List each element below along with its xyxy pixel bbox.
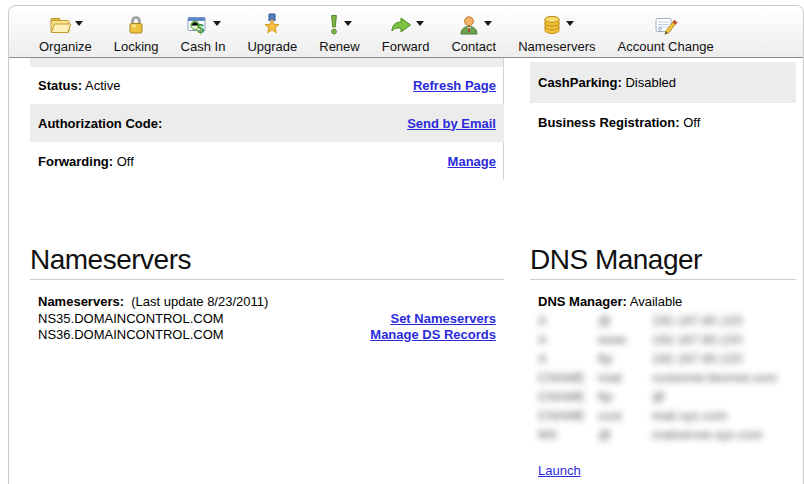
dns-record-row: CNAMEcustmail.xyz.com xyxy=(538,406,798,425)
toolbar-label: Renew xyxy=(319,39,359,54)
chevron-down-icon xyxy=(416,21,424,26)
exclamation-icon xyxy=(326,13,342,37)
business-registration-row: Business Registration: Off xyxy=(530,103,796,141)
chevron-down-icon xyxy=(75,21,83,26)
dns-record-row: Awww192.167.80.220 xyxy=(538,330,798,349)
toolbar-label: Nameservers xyxy=(518,39,595,54)
toolbar-button-upgrade[interactable]: Upgrade xyxy=(247,11,297,54)
row-label: CashParking: xyxy=(538,75,622,90)
domain-details-panel: Organize Locking $ xyxy=(8,5,804,484)
dns-manager-label: DNS Manager: xyxy=(538,294,627,309)
lock-icon xyxy=(124,13,148,37)
dns-record-row: CNAMEmailcustomer.blurred.com xyxy=(538,368,798,387)
toolbar-button-renew[interactable]: Renew xyxy=(319,11,359,54)
send-by-email-link[interactable]: Send by Email xyxy=(407,116,496,131)
row-value: Off xyxy=(117,154,134,169)
nameservers-meta: Nameservers: (Last update 8/23/2011) xyxy=(38,294,268,309)
toolbar-button-forward[interactable]: Forward xyxy=(382,11,430,54)
toolbar-label: Organize xyxy=(39,39,92,54)
dns-manager-value: Available xyxy=(630,294,683,309)
forward-arrow-icon xyxy=(388,13,414,37)
section-divider xyxy=(530,279,796,280)
row-value: Active xyxy=(85,78,120,93)
row-label: Status: xyxy=(38,78,82,93)
set-nameservers-link[interactable]: Set Nameservers xyxy=(390,311,496,326)
authorization-code-row: Authorization Code: Send by Email xyxy=(30,104,504,142)
toolbar-label: Upgrade xyxy=(247,39,297,54)
toolbar-button-contact[interactable]: Contact xyxy=(451,11,496,54)
toolbar-label: Contact xyxy=(451,39,496,54)
chevron-down-icon xyxy=(344,21,352,26)
toolbar-label: Account Change xyxy=(618,39,714,54)
cash-window-icon: $ xyxy=(185,13,211,37)
row-label: Forwarding: xyxy=(38,154,113,169)
person-icon xyxy=(456,13,482,37)
forwarding-row: Forwarding: Off Manage xyxy=(30,142,504,180)
cashparking-row: CashParking: Disabled xyxy=(530,62,796,103)
toolbar-button-nameservers[interactable]: Nameservers xyxy=(518,11,595,54)
chevron-down-icon xyxy=(213,21,221,26)
nameserver-row: NS35.DOMAINCONTROL.COM Set Nameservers xyxy=(30,310,504,326)
dns-record-row: CNAMEftp@ xyxy=(538,387,798,406)
chevron-down-icon xyxy=(566,21,574,26)
toolbar-button-locking[interactable]: Locking xyxy=(114,11,159,54)
nameserver-value: NS36.DOMAINCONTROL.COM xyxy=(38,327,224,342)
manage-ds-records-link[interactable]: Manage DS Records xyxy=(370,327,496,342)
toolbar-label: Forward xyxy=(382,39,430,54)
chevron-down-icon xyxy=(484,21,492,26)
refresh-page-link[interactable]: Refresh Page xyxy=(413,78,496,93)
nameservers-heading: Nameservers xyxy=(30,245,191,275)
note-pencil-icon xyxy=(652,13,680,37)
dns-record-row: MX@mailserver.xyz.com xyxy=(538,425,798,444)
row-label: Authorization Code: xyxy=(38,116,162,131)
folder-icon xyxy=(47,13,73,37)
row-value: Off xyxy=(683,115,700,130)
dns-records-redacted: A@192.167.80.220 Awww192.167.80.220 Aftp… xyxy=(538,311,798,444)
toolbar-button-organize[interactable]: Organize xyxy=(39,11,92,54)
nameserver-row: NS36.DOMAINCONTROL.COM Manage DS Records xyxy=(30,326,504,342)
section-divider xyxy=(30,279,504,280)
toolbar-label: Locking xyxy=(114,39,159,54)
launch-dns-manager-link[interactable]: Launch xyxy=(538,463,581,478)
nameservers-last-update: (Last update 8/23/2011) xyxy=(131,294,268,309)
domain-toolbar: Organize Locking $ xyxy=(9,6,803,58)
dns-record-row: Aftp192.167.80.220 xyxy=(538,349,798,368)
toolbar-button-account-change[interactable]: Account Change xyxy=(618,11,714,54)
row-value: Disabled xyxy=(625,75,676,90)
svg-text:$: $ xyxy=(197,21,205,36)
database-icon xyxy=(540,13,564,37)
manage-forwarding-link[interactable]: Manage xyxy=(448,154,496,169)
dns-manager-heading: DNS Manager xyxy=(530,245,702,275)
nameservers-label: Nameservers: xyxy=(38,294,124,309)
toolbar-label: Cash In xyxy=(181,39,226,54)
toolbar-button-cash-in[interactable]: $ Cash In xyxy=(181,11,226,54)
status-row: Status: Active Refresh Page xyxy=(30,66,504,104)
nameserver-value: NS35.DOMAINCONTROL.COM xyxy=(38,311,224,326)
row-label: Business Registration: xyxy=(538,115,680,130)
medal-star-icon xyxy=(260,12,284,38)
dns-record-row: A@192.167.80.220 xyxy=(538,311,798,330)
dns-manager-meta: DNS Manager: Available xyxy=(538,294,682,309)
